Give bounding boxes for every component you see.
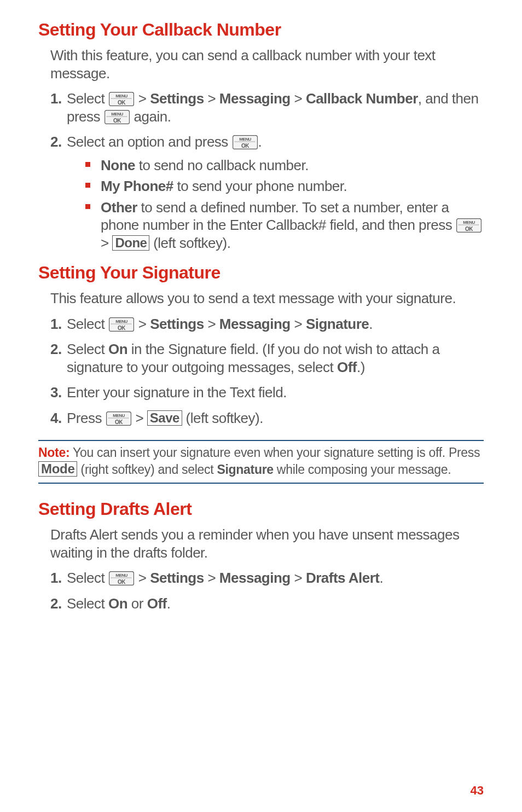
step-1-signature: Select > Settings > Messaging > Signatur… [50,315,484,341]
step-text: .) [357,359,365,375]
bullet-none: None to send no callback number. [85,156,484,178]
step-text: Select [67,570,108,586]
section-intro-signature: This feature allows you to send a text m… [50,289,484,308]
bullet-label: None [101,157,135,173]
menu-ok-icon [233,135,258,149]
manual-page: Setting Your Callback Number With this f… [0,0,522,812]
bullet-myphone: My Phone# to send your phone number. [85,177,484,199]
note-label: Note: [38,445,69,460]
bullet-text: to send your phone number. [173,178,347,194]
step-text: Select [67,90,108,107]
bullet-icon [85,162,90,167]
step-text: or [127,595,147,612]
step-text: again. [130,108,171,125]
note-text: You can insert your signature even when … [69,445,480,460]
step-3-signature: Enter your signature in the Text field. [50,384,484,409]
menu-path: Messaging [219,316,291,332]
section-heading-callback: Setting Your Callback Number [38,20,484,40]
save-softkey: Save [147,410,182,426]
page-number: 43 [471,784,484,798]
steps-list-signature: Select > Settings > Messaging > Signatur… [50,315,484,435]
bullet-other: Other to send a defined number. To set a… [85,199,484,256]
step-2-drafts: Select On or Off. [50,595,484,620]
menu-ok-icon [106,411,131,426]
note-text: (right softkey) and select [77,462,217,477]
bullet-list: None to send no callback number. My Phon… [85,156,484,256]
section-heading-drafts: Setting Drafts Alert [38,499,484,519]
bullet-text: (left softkey). [149,235,230,251]
menu-ok-icon [109,92,134,106]
step-text: . [380,570,384,586]
step-1-drafts: Select > Settings > Messaging > Drafts A… [50,569,484,595]
bullet-text: to send a defined number. To set a numbe… [101,199,456,234]
bullet-icon [85,204,90,209]
section-intro-callback: With this feature, you can send a callba… [50,47,484,82]
menu-ok-icon [105,110,130,124]
menu-ok-icon [456,218,482,233]
bullet-label: My Phone# [101,178,173,194]
menu-path: Messaging [219,570,291,586]
steps-list-callback: Select > Settings > Messaging > Callback… [50,90,484,263]
option-off: Off [147,595,167,612]
menu-path: Settings [150,90,204,107]
section-intro-drafts: Drafts Alert sends you a reminder when y… [50,526,484,561]
step-text: Press [67,410,106,426]
step-text: . [167,595,171,612]
done-softkey: Done [112,235,149,251]
menu-path: Signature [306,316,369,332]
steps-list-drafts: Select > Settings > Messaging > Drafts A… [50,569,484,620]
step-text: . [369,316,373,332]
bullet-text: to send no callback number. [135,157,309,173]
menu-path: Settings [150,570,204,586]
step-2-signature: Select On in the Signature field. (If yo… [50,340,484,384]
step-text: Select [67,341,108,357]
menu-ok-icon [109,571,134,585]
menu-path: Messaging [219,90,291,107]
menu-path: Settings [150,316,204,332]
step-text: Select [67,316,108,332]
menu-path: Callback Number [306,90,418,107]
bullet-label: Other [101,199,137,216]
step-text: Select [67,595,108,612]
bullet-icon [85,183,90,188]
option-on: On [108,595,127,612]
note-bold-text: Signature [217,462,273,477]
step-text: Select an option and press [67,134,232,150]
step-text: (left softkey). [182,410,263,426]
step-4-signature: Press > Save (left softkey). [50,409,484,435]
step-1-callback: Select > Settings > Messaging > Callback… [50,90,484,133]
step-2-callback: Select an option and press . None to sen… [50,133,484,263]
mode-softkey: Mode [38,461,77,477]
note-text: while composing your message. [274,462,451,477]
option-on: On [108,341,127,357]
menu-ok-icon [109,317,134,332]
option-off: Off [337,359,357,375]
section-heading-signature: Setting Your Signature [38,263,484,283]
menu-path: Drafts Alert [306,570,380,586]
note-box: Note: You can insert your signature even… [38,440,484,484]
